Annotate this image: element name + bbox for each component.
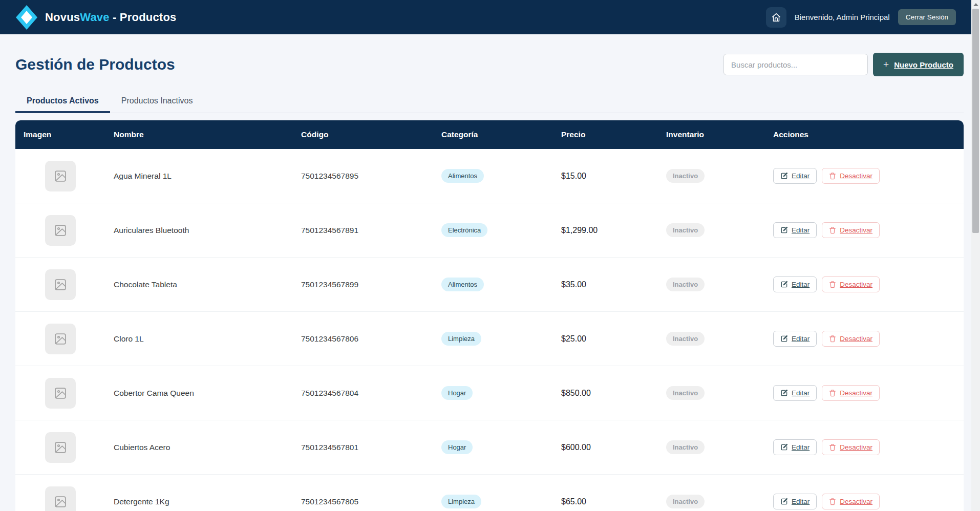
product-price: $850.00 [553, 389, 658, 398]
product-name: Chocolate Tableta [105, 280, 293, 289]
app-title: NovusWave - Productos [45, 11, 176, 24]
product-code: 7501234567801 [293, 443, 433, 452]
top-bar: NovusWave - Productos Bienvenido, Admin … [0, 0, 971, 34]
product-price: $35.00 [553, 280, 658, 289]
vertical-scrollbar[interactable] [971, 0, 980, 511]
deactivate-button-label: Desactivar [840, 389, 872, 397]
main-content: Gestión de Productos + Nuevo Producto Pr… [15, 53, 964, 511]
column-header-categoria: Categoría [433, 130, 553, 139]
category-badge: Limpieza [441, 495, 481, 508]
table-row: Cubiertos Acero 7501234567801 Hogar $600… [15, 420, 964, 475]
product-image-placeholder [45, 215, 76, 246]
product-name: Cobertor Cama Queen [105, 389, 293, 398]
image-icon [53, 386, 68, 400]
welcome-text: Bienvenido, Admin Principal [795, 13, 890, 22]
logout-button[interactable]: Cerrar Sesión [898, 9, 956, 25]
product-name: Detergente 1Kg [105, 497, 293, 506]
column-header-nombre: Nombre [105, 130, 293, 139]
edit-button[interactable]: Editar [773, 439, 817, 455]
category-badge: Alimentos [441, 169, 484, 183]
edit-button[interactable]: Editar [773, 222, 817, 238]
trash-icon [829, 172, 836, 180]
edit-icon [780, 281, 788, 288]
search-input[interactable] [723, 54, 868, 75]
home-button[interactable] [766, 7, 786, 28]
edit-button[interactable]: Editar [773, 331, 817, 347]
category-badge: Limpieza [441, 332, 481, 346]
product-image-placeholder [45, 269, 76, 300]
product-name: Auriculares Bluetooth [105, 226, 293, 235]
deactivate-button[interactable]: Desactivar [822, 222, 880, 238]
home-icon [771, 12, 782, 23]
table-row: Chocolate Tableta 7501234567899 Alimento… [15, 258, 964, 312]
table-row: Cobertor Cama Queen 7501234567804 Hogar … [15, 366, 964, 420]
column-header-acciones: Acciones [765, 130, 964, 139]
deactivate-button-label: Desactivar [840, 226, 872, 234]
deactivate-button[interactable]: Desactivar [822, 494, 880, 509]
product-code: 7501234567805 [293, 497, 433, 506]
column-header-codigo: Código [293, 130, 433, 139]
trash-icon [829, 335, 836, 343]
product-price: $1,299.00 [553, 226, 658, 235]
deactivate-button-label: Desactivar [840, 443, 872, 451]
edit-button[interactable]: Editar [773, 385, 817, 401]
edit-button[interactable]: Editar [773, 494, 817, 509]
category-badge: Electrónica [441, 223, 487, 237]
inventory-status-badge: Inactivo [666, 223, 705, 237]
tab-productos-activos[interactable]: Productos Activos [15, 91, 110, 113]
image-icon [53, 495, 68, 509]
product-code: 7501234567895 [293, 172, 433, 181]
edit-icon [780, 498, 788, 505]
trash-icon [829, 281, 836, 288]
trash-icon [829, 443, 836, 451]
deactivate-button[interactable]: Desactivar [822, 439, 880, 455]
products-table: Imagen Nombre Código Categoría Precio In… [15, 120, 964, 511]
product-image-placeholder [45, 432, 76, 463]
edit-button-label: Editar [792, 281, 809, 288]
product-image-placeholder [45, 161, 76, 191]
product-name: Agua Mineral 1L [105, 172, 293, 181]
edit-button-label: Editar [792, 335, 809, 343]
trash-icon [829, 389, 836, 397]
trash-icon [829, 498, 836, 505]
table-row: Cloro 1L 7501234567806 Limpieza $25.00 I… [15, 312, 964, 366]
edit-button[interactable]: Editar [773, 168, 817, 184]
tab-productos-inactivos[interactable]: Productos Inactivos [110, 91, 204, 113]
table-row: Detergente 1Kg 7501234567805 Limpieza $6… [15, 475, 964, 511]
product-name: Cloro 1L [105, 334, 293, 344]
deactivate-button-label: Desactivar [840, 335, 872, 343]
product-image-placeholder [45, 486, 76, 511]
image-icon [53, 223, 68, 238]
product-price: $25.00 [553, 334, 658, 344]
edit-button-label: Editar [792, 172, 809, 180]
product-code: 7501234567899 [293, 280, 433, 289]
edit-icon [780, 389, 788, 397]
inventory-status-badge: Inactivo [666, 169, 705, 183]
trash-icon [829, 226, 836, 234]
edit-button[interactable]: Editar [773, 276, 817, 292]
image-icon [53, 440, 68, 455]
table-row: Agua Mineral 1L 7501234567895 Alimentos … [15, 149, 964, 203]
inventory-status-badge: Inactivo [666, 278, 705, 291]
deactivate-button[interactable]: Desactivar [822, 168, 880, 184]
table-body: Agua Mineral 1L 7501234567895 Alimentos … [15, 149, 964, 511]
column-header-inventario: Inventario [658, 130, 765, 139]
table-header-row: Imagen Nombre Código Categoría Precio In… [15, 120, 964, 149]
column-header-imagen: Imagen [15, 130, 105, 139]
product-code: 7501234567804 [293, 389, 433, 398]
plus-icon: + [883, 59, 889, 70]
edit-button-label: Editar [792, 498, 809, 505]
category-badge: Alimentos [441, 278, 484, 291]
novuswave-logo-icon [15, 5, 38, 30]
scrollbar-thumb[interactable] [972, 9, 979, 233]
image-icon [53, 278, 68, 292]
new-product-button[interactable]: + Nuevo Producto [873, 53, 964, 76]
product-price: $15.00 [553, 172, 658, 181]
category-badge: Hogar [441, 386, 473, 400]
edit-icon [780, 226, 788, 234]
deactivate-button[interactable]: Desactivar [822, 385, 880, 401]
inventory-status-badge: Inactivo [666, 386, 705, 400]
deactivate-button[interactable]: Desactivar [822, 276, 880, 292]
scroll-up-arrow-icon[interactable] [973, 3, 978, 6]
deactivate-button[interactable]: Desactivar [822, 331, 880, 347]
